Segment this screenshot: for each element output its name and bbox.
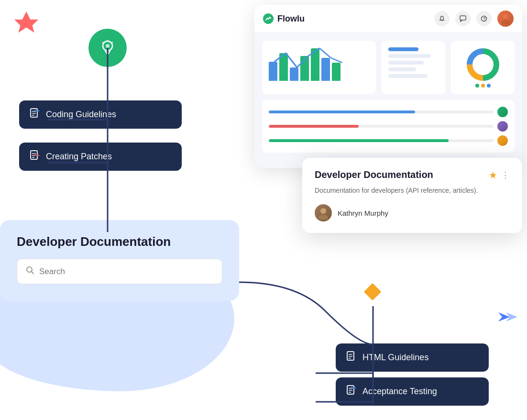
avatar-2 <box>497 121 508 132</box>
bar-1 <box>269 62 277 81</box>
author-avatar <box>315 204 332 221</box>
list-row-5 <box>388 74 428 78</box>
html-guidelines-label: HTML Guidelines <box>362 353 428 363</box>
bar-5 <box>311 48 319 81</box>
progress-card <box>262 100 515 153</box>
dashboard-cards-row1 <box>262 41 515 94</box>
bar-7 <box>332 63 340 81</box>
svg-line-30 <box>32 272 34 274</box>
svg-rect-32 <box>460 16 466 20</box>
svg-rect-23 <box>34 110 39 111</box>
avatar-1 <box>497 107 508 117</box>
main-content: Coding Guidelines Creating Patches Devel… <box>0 0 527 420</box>
list-card <box>382 41 445 94</box>
dev-doc-title: Developer Documentation <box>17 234 222 249</box>
flowlu-logo-icon <box>263 13 274 24</box>
progress-fill-1 <box>269 111 415 113</box>
author-name: Kathryn Murphy <box>338 209 388 217</box>
developer-documentation-section: Developer Documentation <box>0 220 239 301</box>
progress-fill-2 <box>269 125 359 128</box>
user-avatar[interactable] <box>497 11 514 27</box>
search-box[interactable] <box>17 259 222 284</box>
bottom-nodes: HTML Guidelines Acceptance Testing <box>336 343 489 406</box>
list-rows <box>388 47 439 78</box>
search-icon <box>26 266 34 277</box>
dashboard-cards-row2 <box>262 100 515 153</box>
flowlu-app-window: Flowlu <box>254 5 522 168</box>
document-icon-3 <box>346 351 357 364</box>
progress-line-3 <box>269 135 508 146</box>
bar-chart-card <box>262 41 376 94</box>
list-row-3 <box>388 61 424 65</box>
list-row-4 <box>388 67 416 71</box>
svg-rect-19 <box>31 109 37 117</box>
popup-header: Developer Documentation ★ ⋮ <box>315 169 510 181</box>
lightbulb-node <box>88 29 127 67</box>
bar-chart <box>269 47 369 81</box>
html-guidelines-node[interactable]: HTML Guidelines <box>336 343 489 372</box>
svg-rect-48 <box>347 386 354 394</box>
donut-chart-card <box>451 41 515 94</box>
document-icon <box>30 108 40 121</box>
bar-2 <box>279 53 288 81</box>
popup-actions: ★ ⋮ <box>489 169 510 181</box>
svg-rect-52 <box>351 387 356 388</box>
svg-point-36 <box>502 20 509 24</box>
header-icons: ? <box>434 11 514 27</box>
bar-6 <box>321 58 330 81</box>
creating-patches-node[interactable]: Creating Patches <box>19 143 182 171</box>
document-icon-2 <box>30 150 40 163</box>
progress-lines <box>269 107 508 146</box>
svg-rect-44 <box>347 352 354 360</box>
flowlu-logo: Flowlu <box>263 13 305 24</box>
popup-title: Developer Documentation <box>315 169 433 180</box>
coding-guidelines-node[interactable]: Coding Guidelines <box>19 100 182 129</box>
progress-fill-3 <box>269 139 449 142</box>
svg-rect-28 <box>34 155 39 156</box>
list-row-1 <box>388 47 418 51</box>
svg-line-17 <box>112 42 113 44</box>
help-button[interactable]: ? <box>476 11 492 26</box>
flowlu-body <box>254 33 522 168</box>
svg-point-35 <box>503 14 508 19</box>
blue-arrow-decoration <box>498 310 517 324</box>
popup-author: Kathryn Murphy <box>315 204 510 221</box>
creating-patches-label: Creating Patches <box>46 152 112 162</box>
bell-button[interactable] <box>434 11 450 26</box>
progress-line-1 <box>269 107 508 117</box>
bar-4 <box>300 56 309 81</box>
search-input[interactable] <box>39 267 213 276</box>
progress-line-2 <box>269 121 508 132</box>
acceptance-testing-label: Acceptance Testing <box>362 387 437 397</box>
svg-line-16 <box>102 42 104 44</box>
svg-text:?: ? <box>483 16 486 21</box>
svg-point-42 <box>320 208 326 214</box>
document-icon-4 <box>346 385 357 398</box>
donut-chart <box>466 47 500 82</box>
flowlu-header: Flowlu <box>254 5 522 33</box>
diamond-node <box>364 283 382 301</box>
svg-point-41 <box>475 57 491 72</box>
svg-point-43 <box>318 215 328 220</box>
coding-guidelines-label: Coding Guidelines <box>46 110 116 120</box>
dev-popup-card: Developer Documentation ★ ⋮ Documentatio… <box>302 158 522 233</box>
avatar-3 <box>497 135 508 146</box>
popup-description: Documentation for developers (API refere… <box>315 186 510 196</box>
flowlu-title: Flowlu <box>277 14 305 24</box>
chat-button[interactable] <box>455 11 471 26</box>
more-options-icon[interactable]: ⋮ <box>501 170 510 180</box>
bar-3 <box>290 67 298 81</box>
acceptance-testing-node[interactable]: Acceptance Testing <box>336 377 489 406</box>
list-row-2 <box>388 54 431 58</box>
star-icon[interactable]: ★ <box>489 169 497 181</box>
svg-point-18 <box>106 44 110 48</box>
